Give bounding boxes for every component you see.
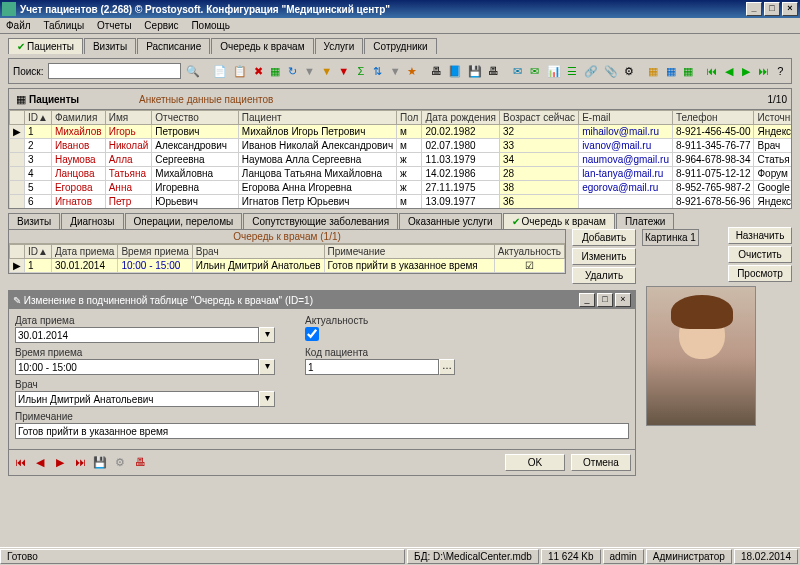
- table-row[interactable]: 6ИгнатовПетрЮрьевичИгнатов Петр Юрьевичм…: [10, 195, 793, 209]
- toolbar-panel: Поиск: 🔍 📄 📋 ✖ ▦ ↻ ▼ ▼ ▼ Σ ⇅ ▼ ★ 🖶 📘 💾 🖶…: [8, 58, 792, 84]
- delete-button[interactable]: Удалить: [572, 267, 636, 284]
- tab-queue[interactable]: Очередь к врачам: [211, 38, 313, 54]
- delete-icon[interactable]: ✖: [252, 63, 265, 79]
- chart-icon[interactable]: 📊: [546, 63, 562, 79]
- cancel-button[interactable]: Отмена: [571, 454, 631, 471]
- code-lookup[interactable]: …: [439, 359, 455, 375]
- subtab-1[interactable]: Диагнозы: [61, 213, 123, 229]
- print-icon[interactable]: 🖶: [430, 63, 443, 79]
- dialog-close[interactable]: ×: [615, 293, 631, 307]
- first-icon[interactable]: ⏮: [705, 63, 718, 79]
- queue-subgrid[interactable]: Очередь к врачам (1/1) ID▲Дата приемаВре…: [8, 229, 566, 274]
- nav-first-icon[interactable]: ⏮: [13, 456, 27, 470]
- ok-button[interactable]: OK: [505, 454, 565, 471]
- print2-icon[interactable]: 🖶: [487, 63, 500, 79]
- clear-button[interactable]: Очистить: [728, 246, 792, 263]
- menu-tables[interactable]: Таблицы: [43, 20, 84, 31]
- add-button[interactable]: Добавить: [572, 229, 636, 246]
- time-field[interactable]: [15, 359, 259, 375]
- layout-icon[interactable]: ▦: [647, 63, 660, 79]
- subtab-4[interactable]: Оказанные услуги: [399, 213, 502, 229]
- status-role: Администратор: [646, 549, 732, 564]
- config-icon[interactable]: ⚙: [623, 63, 636, 79]
- tab-visits[interactable]: Визиты: [84, 38, 136, 54]
- nav-next-icon[interactable]: ▶: [53, 456, 67, 470]
- nav-print-icon[interactable]: 🖶: [133, 456, 147, 470]
- mail-icon[interactable]: ✉: [511, 63, 524, 79]
- menu-reports[interactable]: Отчеты: [97, 20, 132, 31]
- search-input[interactable]: [48, 63, 181, 79]
- edit-dialog: ✎ Изменение в подчиненной таблице "Очере…: [8, 290, 636, 476]
- excel-icon[interactable]: ▦: [269, 63, 282, 79]
- menu-service[interactable]: Сервис: [144, 20, 178, 31]
- table-row[interactable]: 3НаумоваАллаСергеевнаНаумова Алла Сергее…: [10, 153, 793, 167]
- table-row[interactable]: 4ЛанцоваТатьянаМихайловнаЛанцова Татьяна…: [10, 167, 793, 181]
- nav-last-icon[interactable]: ⏭: [73, 456, 87, 470]
- link-icon[interactable]: 🔗: [583, 63, 599, 79]
- patients-grid[interactable]: ID▲ФамилияИмяОтчествоПациентПолДата рожд…: [8, 109, 792, 209]
- tree-icon[interactable]: ☰: [566, 63, 579, 79]
- close-button[interactable]: ×: [782, 2, 798, 16]
- status-ready: Готово: [0, 549, 405, 564]
- minimize-button[interactable]: _: [746, 2, 762, 16]
- code-field[interactable]: [305, 359, 439, 375]
- date-field[interactable]: [15, 327, 259, 343]
- help-icon[interactable]: ?: [774, 63, 787, 79]
- filter-icon[interactable]: ▼: [303, 63, 316, 79]
- status-size: 11 624 Kb: [541, 549, 601, 564]
- tab-staff[interactable]: Сотрудники: [364, 38, 436, 54]
- dialog-titlebar[interactable]: ✎ Изменение в подчиненной таблице "Очере…: [9, 291, 635, 309]
- sum-icon[interactable]: Σ: [354, 63, 367, 79]
- prev-icon[interactable]: ◀: [723, 63, 736, 79]
- act-checkbox[interactable]: [305, 327, 319, 341]
- patient-photo: [646, 286, 756, 426]
- filter2-icon[interactable]: ▼: [320, 63, 333, 79]
- search-icon[interactable]: 🔍: [185, 63, 201, 79]
- sms-icon[interactable]: ✉: [528, 63, 541, 79]
- table-row[interactable]: 5ЕгороваАннаИгоревнаЕгорова Анна Игоревн…: [10, 181, 793, 195]
- nav-gear-icon[interactable]: ⚙: [113, 456, 127, 470]
- view-icon[interactable]: ▦: [681, 63, 694, 79]
- next-icon[interactable]: ▶: [740, 63, 753, 79]
- sort-icon[interactable]: ⇅: [371, 63, 384, 79]
- word-icon[interactable]: 📘: [447, 63, 463, 79]
- subtab-5[interactable]: ✔Очередь к врачам: [503, 213, 615, 229]
- fav-icon[interactable]: ★: [406, 63, 419, 79]
- refresh-icon[interactable]: ↻: [286, 63, 299, 79]
- grid-icon[interactable]: ▦: [664, 63, 677, 79]
- assign-button[interactable]: Назначить: [728, 227, 792, 244]
- table-row[interactable]: ▶1МихайловИгорьПетровичМихайлов Игорь Пе…: [10, 125, 793, 139]
- menu-file[interactable]: Файл: [6, 20, 31, 31]
- note-field[interactable]: [15, 423, 629, 439]
- filter3-icon[interactable]: ▼: [389, 63, 402, 79]
- edit-button[interactable]: Изменить: [572, 248, 636, 265]
- nav-prev-icon[interactable]: ◀: [33, 456, 47, 470]
- attach-icon[interactable]: 📎: [603, 63, 619, 79]
- subtab-0[interactable]: Визиты: [8, 213, 60, 229]
- maximize-button[interactable]: □: [764, 2, 780, 16]
- menubar: Файл Таблицы Отчеты Сервис Помощь: [0, 18, 800, 34]
- export-icon[interactable]: 💾: [467, 63, 483, 79]
- view-button[interactable]: Просмотр: [728, 265, 792, 282]
- last-icon[interactable]: ⏭: [757, 63, 770, 79]
- tab-schedule[interactable]: Расписание: [137, 38, 210, 54]
- new-icon[interactable]: 📄: [212, 63, 228, 79]
- table-row[interactable]: ▶130.01.201410:00 - 15:00Ильин Дмитрий А…: [10, 259, 565, 273]
- tab-patients[interactable]: ✔Пациенты: [8, 38, 83, 54]
- subtab-6[interactable]: Платежи: [616, 213, 675, 229]
- subtab-2[interactable]: Операции, переломы: [125, 213, 243, 229]
- menu-help[interactable]: Помощь: [191, 20, 230, 31]
- photo-tab[interactable]: Картинка 1: [642, 229, 699, 246]
- table-row[interactable]: 2ИвановНиколайАлександровичИванов Никола…: [10, 139, 793, 153]
- tab-services[interactable]: Услуги: [315, 38, 364, 54]
- copy-icon[interactable]: 📋: [232, 63, 248, 79]
- time-dropdown[interactable]: ▾: [259, 359, 275, 375]
- doc-dropdown[interactable]: ▾: [259, 391, 275, 407]
- nav-save-icon[interactable]: 💾: [93, 456, 107, 470]
- dialog-maximize[interactable]: □: [597, 293, 613, 307]
- date-dropdown[interactable]: ▾: [259, 327, 275, 343]
- doc-field[interactable]: [15, 391, 259, 407]
- subtab-3[interactable]: Сопутствующие заболевания: [243, 213, 398, 229]
- dialog-minimize[interactable]: _: [579, 293, 595, 307]
- filter-clear-icon[interactable]: ▼: [337, 63, 350, 79]
